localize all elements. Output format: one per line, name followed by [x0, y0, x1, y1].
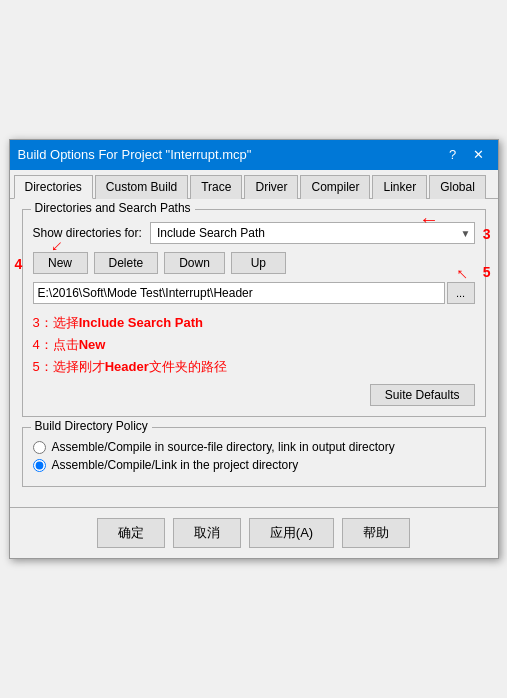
- content-area: Directories and Search Paths Show direct…: [10, 199, 498, 507]
- cancel-button[interactable]: 取消: [173, 518, 241, 548]
- dialog-title: Build Options For Project "Interrupt.mcp…: [18, 147, 252, 162]
- directories-group-title: Directories and Search Paths: [31, 201, 195, 215]
- action-buttons-row: → 4 New Delete Down Up: [33, 252, 475, 274]
- delete-button[interactable]: Delete: [94, 252, 159, 274]
- path-row: → 5 E:\2016\Soft\Mode Test\Interrupt\Hea…: [33, 282, 475, 304]
- annotation-num5: 5: [483, 264, 491, 280]
- radio-project-dir[interactable]: [33, 459, 46, 472]
- suite-defaults-row: Suite Defaults: [33, 384, 475, 406]
- radio-option-1: Assemble/Compile in source-file director…: [33, 440, 475, 454]
- tab-custom-build[interactable]: Custom Build: [95, 175, 188, 199]
- tab-trace[interactable]: Trace: [190, 175, 242, 199]
- radio-option-2: Assemble/Compile/Link in the project dir…: [33, 458, 475, 472]
- directories-group: Directories and Search Paths Show direct…: [22, 209, 486, 417]
- radio-project-dir-label: Assemble/Compile/Link in the project dir…: [52, 458, 299, 472]
- tab-linker[interactable]: Linker: [372, 175, 427, 199]
- radio-source-dir[interactable]: [33, 441, 46, 454]
- annotation-line3: 5：选择刚才Header文件夹的路径: [33, 356, 475, 378]
- close-button[interactable]: ✕: [468, 146, 490, 164]
- title-bar: Build Options For Project "Interrupt.mcp…: [10, 140, 498, 170]
- suite-defaults-button[interactable]: Suite Defaults: [370, 384, 475, 406]
- up-button[interactable]: Up: [231, 252, 286, 274]
- tab-driver[interactable]: Driver: [244, 175, 298, 199]
- annotation-num3: 3: [483, 226, 491, 242]
- tab-global[interactable]: Global: [429, 175, 486, 199]
- path-input[interactable]: E:\2016\Soft\Mode Test\Interrupt\Header: [33, 282, 445, 304]
- radio-source-dir-label: Assemble/Compile in source-file director…: [52, 440, 395, 454]
- dropdown-wrapper: → Include Search Path Library Search Pat…: [150, 222, 475, 244]
- help-button[interactable]: ?: [442, 146, 464, 164]
- tab-bar: Directories Custom Build Trace Driver Co…: [10, 170, 498, 199]
- annotation-num4: 4: [15, 256, 23, 272]
- build-policy-group: Build Directory Policy Assemble/Compile …: [22, 427, 486, 487]
- apply-button[interactable]: 应用(A): [249, 518, 334, 548]
- help-bottom-button[interactable]: 帮助: [342, 518, 410, 548]
- build-policy-title: Build Directory Policy: [31, 419, 152, 433]
- down-button[interactable]: Down: [164, 252, 225, 274]
- radio-group: Assemble/Compile in source-file director…: [33, 440, 475, 472]
- dialog: Build Options For Project "Interrupt.mcp…: [9, 139, 499, 559]
- show-dirs-row: Show directories for: → Include Search P…: [33, 222, 475, 244]
- ok-button[interactable]: 确定: [97, 518, 165, 548]
- title-bar-buttons: ? ✕: [442, 146, 490, 164]
- annotation-line1: 3：选择Include Search Path: [33, 312, 475, 334]
- tab-directories[interactable]: Directories: [14, 175, 93, 199]
- annotation-line2: 4：点击New: [33, 334, 475, 356]
- annotation-text-block: 3：选择Include Search Path 4：点击New 5：选择刚才He…: [33, 312, 475, 378]
- tab-compiler[interactable]: Compiler: [300, 175, 370, 199]
- bottom-bar: 确定 取消 应用(A) 帮助: [10, 507, 498, 558]
